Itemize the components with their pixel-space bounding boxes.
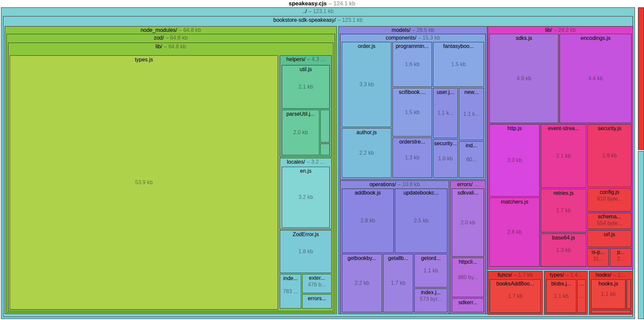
treemap-node-scifibook[interactable]: scifibook....1.5 kb (392, 88, 432, 137)
node-size: ... (474, 181, 479, 187)
treemap-node-getorder-js[interactable]: getord...1.1 kb (414, 254, 447, 287)
treemap-node-is-plain-object[interactable]: is-p...31... (587, 248, 609, 267)
node-label: errors... (303, 295, 331, 302)
node-size: 610 byte... (588, 196, 631, 202)
node-size: – 64.8 kb (179, 27, 201, 33)
node-size: 4.4 kb (560, 75, 631, 82)
node-size: 2.0 kb (452, 219, 484, 226)
treemap-node-getallbooks-js[interactable]: getallb...1.7 kb (383, 254, 413, 312)
node-label: httpcli... (452, 259, 484, 265)
node-label: ... (578, 280, 585, 287)
node-label: updatebookc... (395, 190, 447, 196)
treemap-node-security-model[interactable]: security...1.0 kb (433, 139, 458, 178)
treemap-node-index-zod[interactable]: inde...783 ... (280, 274, 301, 309)
node-size: 1.1 kb (415, 267, 447, 274)
treemap-node-config-js[interactable]: config.js610 byte... (587, 188, 632, 212)
node-label: funcs/ (498, 272, 512, 278)
node-size: 3.0 kb (490, 157, 539, 164)
treemap-node-index-model[interactable]: ind...60... (459, 141, 484, 178)
node-size: 1.1 kb (591, 291, 625, 298)
treemap-node-http-js[interactable]: http.js3.0 kb (489, 124, 540, 197)
treemap-node-new-js[interactable]: new...1.1 k... (459, 88, 484, 140)
treemap-node-user-js[interactable]: user.j...1.1 k... (433, 88, 458, 138)
treemap-node-getbookby-js[interactable]: getbookby...2.2 kb (342, 254, 382, 312)
node-size: 3.2 kb (282, 194, 329, 201)
node-size: 1.7 kb (490, 293, 540, 300)
node-size: – 3.2 ... (307, 159, 324, 165)
treemap-node-programming[interactable]: programmin...1.6 kb (392, 42, 432, 87)
treemap-node-matchers-js[interactable]: matchers.js2.8 kb (489, 198, 540, 267)
treemap-node-sdkerror[interactable]: sdkerr... (452, 298, 484, 312)
treemap-node-zoderror-js[interactable]: ZodError.js1.8 kb (280, 230, 332, 273)
treemap-node-updatebook-js[interactable]: updatebookc...2.5 kb (395, 189, 447, 253)
node-size: 1.5 kb (393, 109, 432, 116)
treemap-node-orderstream[interactable]: orderstre...1.3 kb (392, 138, 432, 178)
treemap-node-sdks-js[interactable]: sdks.js4.9 kb (489, 34, 558, 123)
node-label: orderstre... (393, 139, 432, 145)
node-label: locales/ (287, 159, 305, 165)
treemap-node-addbook-js[interactable]: addbook.js2.8 kb (342, 189, 394, 253)
treemap-node-external-zod[interactable]: exter...476 b... (302, 274, 332, 293)
treemap-node-parseutil-js[interactable]: parseUtil.j...2.0 kb (282, 110, 319, 155)
node-size: 2.8 kb (342, 217, 393, 224)
treemap-node-p-file[interactable]: p...2... (610, 248, 632, 267)
node-label: scifibook.... (393, 89, 432, 96)
treemap-node-errors-zod[interactable]: errors... (302, 294, 332, 309)
node-size: 2.1 kb (541, 153, 586, 159)
treemap-node-retries-js[interactable]: retries.js1.7 kb (541, 189, 586, 232)
node-size: 2... (610, 256, 631, 262)
treemap-node-fantasybook[interactable]: fantasyboo...1.5 kb (433, 42, 484, 87)
treemap-node-helpers-sliver-2[interactable] (320, 144, 330, 155)
node-size: 2.0 kb (282, 129, 319, 136)
node-size: 1.9 kb (588, 152, 631, 159)
treemap-node-security-lib-js[interactable]: security.js1.9 kb (587, 124, 632, 187)
node-label: sdks.js (490, 35, 558, 42)
node-size: – 10.8 kb (398, 181, 420, 187)
treemap-node-sdkvalidation[interactable]: sdkvali...2.0 kb (452, 189, 484, 257)
node-size: – 29.5 kb (412, 27, 434, 33)
treemap-node-edge-strip-red[interactable] (638, 7, 644, 150)
treemap-node-types-ellipsis[interactable]: ...... (577, 279, 586, 313)
treemap-node-types-js[interactable]: types.js53.9 kb (10, 55, 278, 310)
node-size: 2.5 kb (395, 217, 447, 224)
node-label: matchers.js (490, 199, 539, 205)
treemap-node-url-js[interactable]: url.js (587, 230, 632, 247)
treemap-node-order-js[interactable]: order.js3.3 kb (342, 42, 391, 127)
node-size: 2.1 kb (282, 84, 329, 90)
node-size: 1.1 k... (459, 111, 484, 117)
treemap-node-base64-js[interactable]: base64.js1.3 kb (541, 233, 586, 267)
treemap-node-util-js[interactable]: util.js2.1 kb (282, 65, 330, 109)
node-size: 31... (588, 256, 608, 262)
treemap-node-helpers-sliver-1[interactable] (320, 110, 330, 143)
treemap-node-hooks-sliver-2[interactable] (591, 310, 631, 313)
treemap-node-event-streaming[interactable]: event-strea...2.1 kb (541, 124, 586, 188)
node-size: 1.0 kb (433, 155, 458, 162)
node-size: 1.3 kb (393, 154, 432, 161)
node-label: en.js (282, 168, 329, 174)
node-label: fantasyboo... (433, 43, 484, 50)
node-size: 4.9 kb (490, 75, 558, 82)
node-label: security.js (588, 125, 631, 132)
treemap-node-hooks-js[interactable]: hooks.js1.1 kb (591, 279, 626, 309)
treemap-node-index-operations[interactable]: index.j...573 byt... (414, 288, 447, 312)
node-size: – 1.4... (566, 272, 582, 278)
node-label: addbook.js (342, 190, 393, 196)
node-label: new... (459, 89, 484, 96)
node-label: is-p... (588, 249, 608, 256)
node-label: util.js (282, 66, 329, 73)
treemap-node-hooks-sliver-1[interactable] (627, 279, 631, 309)
treemap-node-en-js[interactable]: en.js3.2 kb (282, 167, 330, 228)
treemap-node-encodings-js[interactable]: encodings.js4.4 kb (559, 34, 632, 123)
treemap-node-httpclienterror[interactable]: httpcli...980 by... (452, 258, 484, 297)
treemap-node-booksaddbook-js[interactable]: booksAddBoo...1.7 kb (490, 279, 541, 313)
treemap-node-author-js[interactable]: author.js2.2 kb (342, 128, 391, 178)
node-label: encodings.js (560, 35, 631, 42)
node-size: 1.7 kb (541, 207, 586, 214)
node-size: 53.9 kb (10, 179, 278, 186)
treemap-node-blobs-js[interactable]: blobs.j...1.1 kb (546, 279, 576, 313)
node-size: 1.6 kb (393, 61, 432, 68)
treemap-node-edge-strip-teal[interactable] (638, 151, 644, 319)
node-label: ind... (459, 142, 484, 149)
node-label: ../ (302, 8, 307, 14)
treemap-node-schemas-js[interactable]: schema...554 byte... (587, 213, 632, 229)
